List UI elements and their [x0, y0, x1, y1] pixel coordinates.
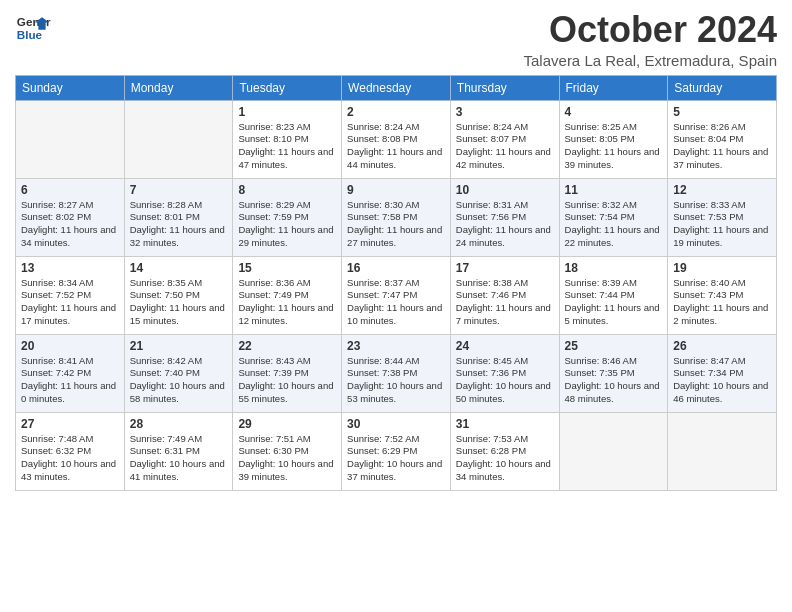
day-number: 19 [673, 261, 771, 275]
day-number: 17 [456, 261, 554, 275]
calendar-cell: 21Sunrise: 8:42 AMSunset: 7:40 PMDayligh… [124, 334, 233, 412]
day-number: 3 [456, 105, 554, 119]
day-info: Sunrise: 7:53 AMSunset: 6:28 PMDaylight:… [456, 433, 554, 484]
calendar-cell: 23Sunrise: 8:44 AMSunset: 7:38 PMDayligh… [342, 334, 451, 412]
day-info: Sunrise: 8:41 AMSunset: 7:42 PMDaylight:… [21, 355, 119, 406]
calendar-cell: 27Sunrise: 7:48 AMSunset: 6:32 PMDayligh… [16, 412, 125, 490]
weekday-header-tuesday: Tuesday [233, 75, 342, 100]
calendar-cell: 31Sunrise: 7:53 AMSunset: 6:28 PMDayligh… [450, 412, 559, 490]
calendar-week-4: 20Sunrise: 8:41 AMSunset: 7:42 PMDayligh… [16, 334, 777, 412]
day-info: Sunrise: 8:25 AMSunset: 8:05 PMDaylight:… [565, 121, 663, 172]
day-info: Sunrise: 7:48 AMSunset: 6:32 PMDaylight:… [21, 433, 119, 484]
day-info: Sunrise: 8:24 AMSunset: 8:08 PMDaylight:… [347, 121, 445, 172]
weekday-header-monday: Monday [124, 75, 233, 100]
day-number: 20 [21, 339, 119, 353]
day-info: Sunrise: 8:28 AMSunset: 8:01 PMDaylight:… [130, 199, 228, 250]
calendar-cell: 9Sunrise: 8:30 AMSunset: 7:58 PMDaylight… [342, 178, 451, 256]
day-number: 30 [347, 417, 445, 431]
day-info: Sunrise: 8:44 AMSunset: 7:38 PMDaylight:… [347, 355, 445, 406]
day-number: 5 [673, 105, 771, 119]
day-info: Sunrise: 8:35 AMSunset: 7:50 PMDaylight:… [130, 277, 228, 328]
day-number: 18 [565, 261, 663, 275]
day-info: Sunrise: 8:40 AMSunset: 7:43 PMDaylight:… [673, 277, 771, 328]
calendar-cell: 2Sunrise: 8:24 AMSunset: 8:08 PMDaylight… [342, 100, 451, 178]
calendar-cell: 26Sunrise: 8:47 AMSunset: 7:34 PMDayligh… [668, 334, 777, 412]
day-info: Sunrise: 8:31 AMSunset: 7:56 PMDaylight:… [456, 199, 554, 250]
calendar-cell: 24Sunrise: 8:45 AMSunset: 7:36 PMDayligh… [450, 334, 559, 412]
calendar-cell: 20Sunrise: 8:41 AMSunset: 7:42 PMDayligh… [16, 334, 125, 412]
day-number: 12 [673, 183, 771, 197]
day-number: 8 [238, 183, 336, 197]
day-info: Sunrise: 8:47 AMSunset: 7:34 PMDaylight:… [673, 355, 771, 406]
day-number: 10 [456, 183, 554, 197]
day-number: 26 [673, 339, 771, 353]
calendar-cell: 12Sunrise: 8:33 AMSunset: 7:53 PMDayligh… [668, 178, 777, 256]
day-info: Sunrise: 8:38 AMSunset: 7:46 PMDaylight:… [456, 277, 554, 328]
day-number: 31 [456, 417, 554, 431]
page-header: General Blue October 2024 Talavera La Re… [15, 10, 777, 69]
calendar-cell [16, 100, 125, 178]
day-info: Sunrise: 8:34 AMSunset: 7:52 PMDaylight:… [21, 277, 119, 328]
calendar-cell: 28Sunrise: 7:49 AMSunset: 6:31 PMDayligh… [124, 412, 233, 490]
calendar-cell: 14Sunrise: 8:35 AMSunset: 7:50 PMDayligh… [124, 256, 233, 334]
calendar-cell [559, 412, 668, 490]
calendar-week-1: 1Sunrise: 8:23 AMSunset: 8:10 PMDaylight… [16, 100, 777, 178]
calendar-cell: 16Sunrise: 8:37 AMSunset: 7:47 PMDayligh… [342, 256, 451, 334]
day-info: Sunrise: 7:52 AMSunset: 6:29 PMDaylight:… [347, 433, 445, 484]
day-info: Sunrise: 8:23 AMSunset: 8:10 PMDaylight:… [238, 121, 336, 172]
calendar-cell: 17Sunrise: 8:38 AMSunset: 7:46 PMDayligh… [450, 256, 559, 334]
day-number: 24 [456, 339, 554, 353]
calendar-cell: 8Sunrise: 8:29 AMSunset: 7:59 PMDaylight… [233, 178, 342, 256]
day-number: 6 [21, 183, 119, 197]
calendar-cell: 11Sunrise: 8:32 AMSunset: 7:54 PMDayligh… [559, 178, 668, 256]
weekday-header-sunday: Sunday [16, 75, 125, 100]
calendar-cell: 4Sunrise: 8:25 AMSunset: 8:05 PMDaylight… [559, 100, 668, 178]
calendar-cell: 1Sunrise: 8:23 AMSunset: 8:10 PMDaylight… [233, 100, 342, 178]
calendar-cell: 19Sunrise: 8:40 AMSunset: 7:43 PMDayligh… [668, 256, 777, 334]
calendar-cell: 29Sunrise: 7:51 AMSunset: 6:30 PMDayligh… [233, 412, 342, 490]
weekday-header-thursday: Thursday [450, 75, 559, 100]
calendar-cell: 6Sunrise: 8:27 AMSunset: 8:02 PMDaylight… [16, 178, 125, 256]
day-info: Sunrise: 8:36 AMSunset: 7:49 PMDaylight:… [238, 277, 336, 328]
day-number: 13 [21, 261, 119, 275]
weekday-header-friday: Friday [559, 75, 668, 100]
day-info: Sunrise: 7:49 AMSunset: 6:31 PMDaylight:… [130, 433, 228, 484]
calendar-cell [668, 412, 777, 490]
day-number: 27 [21, 417, 119, 431]
day-number: 16 [347, 261, 445, 275]
calendar-cell: 5Sunrise: 8:26 AMSunset: 8:04 PMDaylight… [668, 100, 777, 178]
day-info: Sunrise: 8:30 AMSunset: 7:58 PMDaylight:… [347, 199, 445, 250]
day-info: Sunrise: 8:33 AMSunset: 7:53 PMDaylight:… [673, 199, 771, 250]
day-info: Sunrise: 8:46 AMSunset: 7:35 PMDaylight:… [565, 355, 663, 406]
calendar-week-2: 6Sunrise: 8:27 AMSunset: 8:02 PMDaylight… [16, 178, 777, 256]
day-info: Sunrise: 7:51 AMSunset: 6:30 PMDaylight:… [238, 433, 336, 484]
day-info: Sunrise: 8:42 AMSunset: 7:40 PMDaylight:… [130, 355, 228, 406]
day-info: Sunrise: 8:43 AMSunset: 7:39 PMDaylight:… [238, 355, 336, 406]
day-number: 4 [565, 105, 663, 119]
calendar-cell: 10Sunrise: 8:31 AMSunset: 7:56 PMDayligh… [450, 178, 559, 256]
logo: General Blue [15, 10, 51, 46]
location-subtitle: Talavera La Real, Extremadura, Spain [524, 52, 777, 69]
calendar-week-5: 27Sunrise: 7:48 AMSunset: 6:32 PMDayligh… [16, 412, 777, 490]
calendar-cell: 3Sunrise: 8:24 AMSunset: 8:07 PMDaylight… [450, 100, 559, 178]
day-number: 23 [347, 339, 445, 353]
calendar-cell: 18Sunrise: 8:39 AMSunset: 7:44 PMDayligh… [559, 256, 668, 334]
calendar-cell: 13Sunrise: 8:34 AMSunset: 7:52 PMDayligh… [16, 256, 125, 334]
logo-icon: General Blue [15, 10, 51, 46]
day-info: Sunrise: 8:37 AMSunset: 7:47 PMDaylight:… [347, 277, 445, 328]
weekday-header-wednesday: Wednesday [342, 75, 451, 100]
day-number: 1 [238, 105, 336, 119]
calendar-cell: 22Sunrise: 8:43 AMSunset: 7:39 PMDayligh… [233, 334, 342, 412]
month-title: October 2024 [524, 10, 777, 50]
day-info: Sunrise: 8:27 AMSunset: 8:02 PMDaylight:… [21, 199, 119, 250]
calendar-cell [124, 100, 233, 178]
day-number: 29 [238, 417, 336, 431]
day-number: 7 [130, 183, 228, 197]
day-number: 22 [238, 339, 336, 353]
calendar-cell: 30Sunrise: 7:52 AMSunset: 6:29 PMDayligh… [342, 412, 451, 490]
day-info: Sunrise: 8:39 AMSunset: 7:44 PMDaylight:… [565, 277, 663, 328]
day-number: 28 [130, 417, 228, 431]
day-number: 9 [347, 183, 445, 197]
day-number: 15 [238, 261, 336, 275]
day-info: Sunrise: 8:29 AMSunset: 7:59 PMDaylight:… [238, 199, 336, 250]
